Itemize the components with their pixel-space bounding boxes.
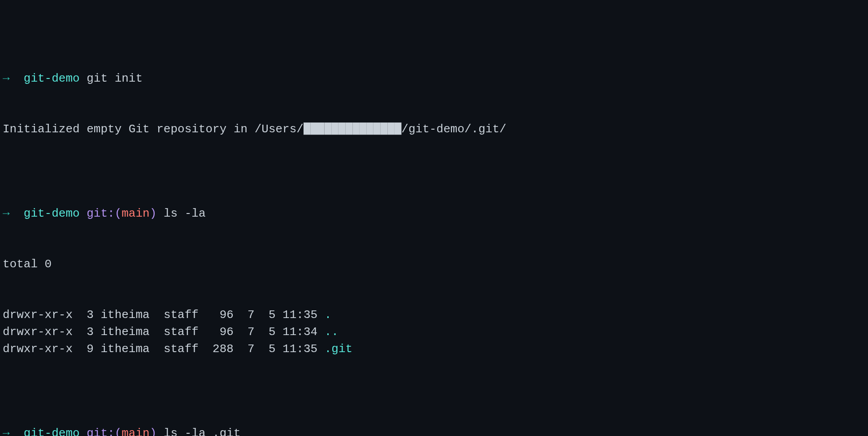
ls-size: 288 (199, 342, 234, 356)
ls-listing: drwxr-xr-x 3 itheima staff 96 7 5 11:35 … (3, 307, 865, 358)
ls-group: staff (150, 308, 199, 322)
ls-name: .. (317, 325, 339, 339)
prompt-cwd: git-demo (24, 427, 80, 436)
ls-perm: drwxr-xr-x (3, 308, 73, 322)
git-branch: main (122, 207, 149, 220)
ls-month: 7 (234, 325, 255, 339)
ls-user: itheima (94, 342, 150, 356)
output-text: Initialized empty Git repository in /Use… (3, 122, 506, 136)
ls-perm: drwxr-xr-x (3, 342, 73, 356)
prompt-arrow-icon: → (3, 207, 10, 220)
ls-time: 11:35 (276, 342, 318, 356)
git-label-right: ) (150, 207, 157, 220)
ls-row: drwxr-xr-x 3 itheima staff 96 7 5 11:34 … (3, 324, 865, 341)
ls-row: drwxr-xr-x 9 itheima staff 288 7 5 11:35… (3, 341, 865, 358)
git-branch: main (122, 427, 149, 436)
ls-month: 7 (234, 342, 255, 356)
command-text: git init (87, 72, 143, 85)
prompt-line[interactable]: →git-demogit:(main)ls -la (3, 205, 865, 222)
ls-perm: drwxr-xr-x (3, 325, 73, 339)
git-label-left: git:( (87, 427, 122, 436)
prompt-line[interactable]: →git-demogit:(main)ls -la .git (3, 425, 865, 436)
ls-links: 3 (73, 325, 94, 339)
ls-total: total 0 (3, 256, 865, 273)
ls-group: staff (150, 325, 199, 339)
prompt-arrow-icon: → (3, 72, 10, 85)
prompt-cwd: git-demo (24, 207, 80, 220)
ls-links: 3 (73, 308, 94, 322)
git-label-left: git:( (87, 207, 122, 220)
git-label-right: ) (150, 427, 157, 436)
ls-group: staff (150, 342, 199, 356)
prompt-cwd: git-demo (24, 72, 80, 85)
command-text: ls -la .git (164, 427, 241, 436)
prompt-line[interactable]: →git-demogit init (3, 70, 865, 87)
ls-day: 5 (255, 325, 276, 339)
ls-user: itheima (94, 325, 150, 339)
command-text: ls -la (164, 207, 206, 220)
ls-name: . (317, 308, 331, 322)
ls-name: .git (317, 342, 352, 356)
ls-time: 11:34 (276, 325, 318, 339)
ls-user: itheima (94, 308, 150, 322)
ls-day: 5 (255, 308, 276, 322)
ls-row: drwxr-xr-x 3 itheima staff 96 7 5 11:35 … (3, 307, 865, 324)
ls-total-text: total 0 (3, 257, 52, 271)
output-line: Initialized empty Git repository in /Use… (3, 121, 865, 138)
ls-size: 96 (199, 308, 234, 322)
prompt-arrow-icon: → (3, 427, 10, 436)
ls-time: 11:35 (276, 308, 318, 322)
ls-month: 7 (234, 308, 255, 322)
ls-size: 96 (199, 325, 234, 339)
ls-day: 5 (255, 342, 276, 356)
ls-links: 9 (73, 342, 94, 356)
terminal[interactable]: →git-demogit init Initialized empty Git … (0, 0, 868, 436)
